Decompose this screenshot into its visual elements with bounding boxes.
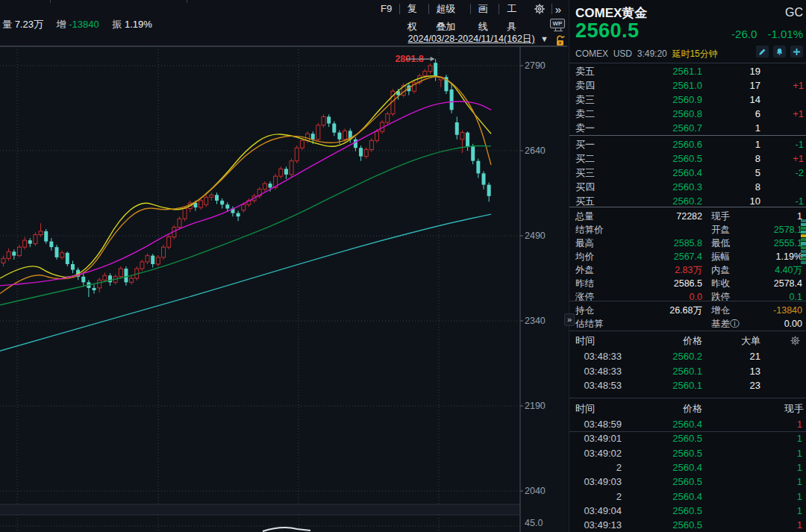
col-price-label: 价格 bbox=[683, 401, 702, 416]
book-level-label: 买三 bbox=[575, 166, 595, 180]
book-qty: 1 bbox=[755, 121, 760, 135]
book-price: 2561.0 bbox=[672, 78, 702, 93]
book-qty: 8 bbox=[755, 180, 760, 194]
stat-label: 估结算 bbox=[575, 317, 604, 331]
panel-collapse-arrow[interactable]: » bbox=[564, 313, 575, 326]
tick-price: 2560.5 bbox=[672, 446, 702, 460]
tick-qty: 1 bbox=[797, 518, 802, 532]
change-value: -26.0 bbox=[731, 28, 757, 40]
stat-label: 涨停 bbox=[575, 290, 594, 304]
stat-row: 外盘2.83万内盘4.40万 bbox=[569, 263, 806, 277]
svg-text:2640: 2640 bbox=[525, 145, 546, 156]
tick-time: 2 bbox=[575, 460, 622, 475]
stat-value: 0.0 bbox=[690, 290, 702, 304]
trade-time: 03:48:33 bbox=[575, 364, 622, 378]
delay-badge: 延时15分钟 bbox=[672, 48, 717, 59]
svg-text:2490: 2490 bbox=[525, 231, 546, 241]
tick-price: 2560.5 bbox=[672, 475, 702, 489]
bid-row: 买三2560.45-2 bbox=[569, 166, 806, 180]
edit-pencil-icon[interactable] bbox=[756, 46, 769, 57]
add-plus-icon[interactable] bbox=[790, 46, 803, 57]
col-lots-label: 现手 bbox=[784, 401, 804, 416]
book-qty-delta: -1 bbox=[795, 137, 804, 151]
stat-label: 昨收 bbox=[711, 277, 730, 290]
book-price: 2560.5 bbox=[672, 151, 702, 166]
trade-price: 2560.2 bbox=[672, 349, 702, 363]
col-time-label: 时间 bbox=[575, 334, 595, 348]
col-bigorder-label: 大单 bbox=[741, 334, 760, 348]
tick-price: 2560.5 bbox=[672, 518, 702, 532]
tick-qty: 1 bbox=[797, 504, 802, 518]
tick-time: 03:49:02 bbox=[575, 446, 622, 460]
trade-qty: 21 bbox=[750, 349, 760, 363]
book-price: 2560.3 bbox=[672, 180, 702, 194]
big-order-row: 03:48:332560.221 bbox=[569, 349, 806, 363]
quote-actions bbox=[756, 46, 803, 57]
tick-row: 22560.41 bbox=[569, 460, 806, 475]
book-level-label: 卖三 bbox=[575, 93, 595, 107]
tick-time: 03:49:03 bbox=[575, 475, 622, 489]
stat-value: 1.19% bbox=[776, 250, 802, 263]
tick-qty: 1 bbox=[797, 446, 802, 460]
stat-row: 最高2585.8最低2555.1 bbox=[569, 237, 806, 250]
tick-row: 03:49:022560.51 bbox=[569, 446, 806, 460]
book-qty: 8 bbox=[755, 151, 760, 166]
ask-row: 卖三2560.914 bbox=[569, 93, 806, 107]
stat-value: 0.00 bbox=[784, 317, 802, 331]
book-qty-delta: +1 bbox=[793, 151, 804, 166]
stat-label: 外盘 bbox=[575, 263, 594, 277]
book-level-label: 卖二 bbox=[575, 107, 595, 121]
col-time-label: 时间 bbox=[575, 401, 595, 416]
stat-value: 2567.4 bbox=[674, 250, 702, 263]
bid-row: 买二2560.58+1 bbox=[569, 151, 806, 166]
bid-row: 买四2560.38 bbox=[569, 180, 806, 194]
tick-price: 2560.4 bbox=[672, 460, 702, 475]
stat-value: 72282 bbox=[676, 210, 702, 223]
trade-qty: 13 bbox=[750, 364, 760, 378]
gear-icon[interactable] bbox=[790, 335, 801, 351]
chart-region: 量 7.23万 增 -13840 振 1.19% F9 复权 超级叠加 画线 工… bbox=[0, 0, 567, 532]
tick-row: 03:49:042560.51 bbox=[569, 504, 806, 518]
book-level-label: 买一 bbox=[575, 137, 595, 151]
alert-bell-icon[interactable] bbox=[773, 46, 786, 57]
quote-panel: COMEX黄金 GC 2560.5 -26.0 -1.01% COMEX USD… bbox=[569, 0, 806, 532]
tick-qty: 1 bbox=[797, 460, 802, 475]
big-order-row: 03:48:332560.113 bbox=[569, 364, 806, 378]
stat-label: 昨结 bbox=[575, 277, 594, 290]
stat-label: 跌停 bbox=[711, 290, 730, 304]
bid-ask-divider bbox=[569, 135, 806, 136]
tick-row: 03:49:012560.51 bbox=[569, 431, 806, 445]
ask-row: 卖二2560.86+1 bbox=[569, 107, 806, 121]
tick-time: 03:48:59 bbox=[575, 417, 622, 431]
section-divider bbox=[569, 63, 806, 63]
change-percent: -1.01% bbox=[767, 28, 803, 40]
bid-row: 买一2560.61-1 bbox=[569, 137, 806, 151]
trade-price: 2560.1 bbox=[672, 364, 702, 378]
tick-qty: 1 bbox=[797, 417, 802, 431]
section-divider bbox=[569, 301, 806, 301]
tick-qty: 1 bbox=[797, 475, 802, 489]
book-qty: 6 bbox=[755, 107, 760, 121]
book-qty: 14 bbox=[750, 93, 760, 107]
tick-qty: 1 bbox=[797, 489, 802, 504]
stat-label: 持仓 bbox=[575, 304, 594, 317]
big-orders-header: 时间 价格 大单 bbox=[569, 334, 806, 348]
book-price: 2560.9 bbox=[672, 93, 702, 107]
tick-price: 2560.5 bbox=[672, 431, 702, 445]
big-order-row: 03:48:532560.123 bbox=[569, 378, 806, 392]
tick-price: 2560.5 bbox=[672, 504, 702, 518]
candlestick-chart[interactable]: 27902640249023402190204045.02801.8 bbox=[0, 0, 567, 532]
svg-text:2040: 2040 bbox=[525, 486, 546, 496]
trade-qty: 23 bbox=[750, 378, 760, 392]
svg-text:2190: 2190 bbox=[525, 401, 546, 411]
price-change: -26.0 -1.01% bbox=[731, 28, 803, 40]
book-level-label: 卖四 bbox=[575, 78, 595, 93]
ticks-header: 时间 价格 现手 bbox=[569, 401, 806, 416]
stat-row: 涨停0.0跌停0.1 bbox=[569, 290, 806, 304]
tick-row: 03:48:592560.41 bbox=[569, 417, 806, 431]
svg-text:2790: 2790 bbox=[525, 60, 546, 71]
stat-value: -13840 bbox=[773, 304, 802, 317]
stat-row: 持仓26.68万增仓-13840 bbox=[569, 304, 806, 317]
book-price: 2560.7 bbox=[672, 121, 702, 135]
trade-price: 2560.1 bbox=[672, 378, 702, 392]
